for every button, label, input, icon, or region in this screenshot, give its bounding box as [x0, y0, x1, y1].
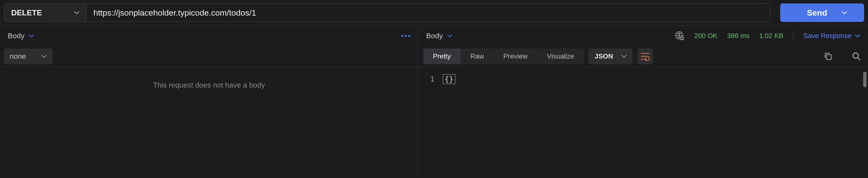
- response-status-code: 200 OK: [694, 32, 717, 40]
- request-bar: DELETE https://jsonplaceholder.typicode.…: [0, 0, 868, 25]
- chevron-down-icon: [41, 55, 47, 58]
- search-response-button[interactable]: [849, 50, 863, 63]
- view-tab-raw-label: Raw: [470, 52, 484, 60]
- response-time: 386 ms: [727, 32, 749, 40]
- chevron-down-icon: [855, 34, 860, 37]
- search-icon: [852, 52, 861, 61]
- request-no-body-message: This request does not have a body: [0, 67, 418, 178]
- view-tab-visualize[interactable]: Visualize: [537, 49, 584, 64]
- response-format-label: JSON: [595, 52, 613, 60]
- request-pane: Body none This request does not have a b…: [0, 26, 418, 178]
- response-body-text: {}: [443, 74, 456, 84]
- wrap-lines-button[interactable]: [638, 49, 653, 64]
- view-tab-preview-label: Preview: [503, 52, 528, 60]
- main-split: Body none This request does not have a b…: [0, 25, 868, 178]
- response-body-code[interactable]: {}: [443, 73, 456, 178]
- line-gutter: 1: [418, 73, 443, 178]
- more-icon[interactable]: [401, 35, 410, 37]
- response-tab-header: Body 200 OK 386 ms 1.02 KB Save Response: [418, 26, 868, 46]
- svg-rect-2: [827, 55, 831, 59]
- view-tab-raw[interactable]: Raw: [461, 49, 494, 64]
- chevron-down-icon: [29, 34, 34, 37]
- copy-response-button[interactable]: [821, 50, 835, 63]
- send-button[interactable]: Send: [780, 3, 864, 22]
- response-size: 1.02 KB: [759, 32, 783, 40]
- response-view-tabs: Pretty Raw Preview Visualize: [423, 49, 584, 64]
- view-tab-pretty-label: Pretty: [433, 52, 451, 60]
- response-body: 1 {}: [418, 67, 868, 178]
- save-response-button[interactable]: Save Response: [803, 32, 860, 40]
- response-format-select[interactable]: JSON: [589, 49, 632, 64]
- response-pane: Body 200 OK 386 ms 1.02 KB Save Response…: [418, 26, 868, 178]
- scrollbar-thumb[interactable]: [863, 72, 867, 87]
- line-number: 1: [418, 73, 434, 85]
- view-tab-pretty[interactable]: Pretty: [423, 49, 461, 64]
- view-tab-preview[interactable]: Preview: [494, 49, 537, 64]
- chevron-down-icon: [621, 55, 627, 58]
- wrap-lines-icon: [640, 51, 650, 61]
- chevron-down-icon: [447, 34, 453, 37]
- request-body-type-select[interactable]: none: [4, 49, 53, 64]
- response-body-tab-label: Body: [426, 32, 443, 40]
- chevron-down-icon: [842, 11, 847, 15]
- request-body-type-label: none: [10, 52, 26, 60]
- request-body-tab[interactable]: Body: [8, 32, 34, 40]
- send-button-label: Send: [807, 8, 827, 18]
- http-method-label: DELETE: [11, 8, 42, 17]
- copy-icon: [824, 52, 833, 61]
- response-body-tab[interactable]: Body: [426, 32, 453, 40]
- request-url-input[interactable]: https://jsonplaceholder.typicode.com/tod…: [87, 3, 770, 22]
- divider: [793, 30, 794, 41]
- response-toolbar: Pretty Raw Preview Visualize JSON: [418, 46, 868, 67]
- request-url-text: https://jsonplaceholder.typicode.com/tod…: [93, 8, 256, 18]
- svg-point-3: [853, 53, 858, 58]
- request-body-tab-label: Body: [8, 32, 24, 40]
- chevron-down-icon: [74, 11, 79, 15]
- view-tab-visualize-label: Visualize: [547, 52, 575, 60]
- save-response-label: Save Response: [803, 32, 851, 40]
- request-body-type-row: none: [0, 46, 418, 67]
- request-tab-header: Body: [0, 26, 418, 46]
- network-globe-icon[interactable]: [675, 31, 685, 41]
- http-method-select[interactable]: DELETE: [4, 3, 87, 22]
